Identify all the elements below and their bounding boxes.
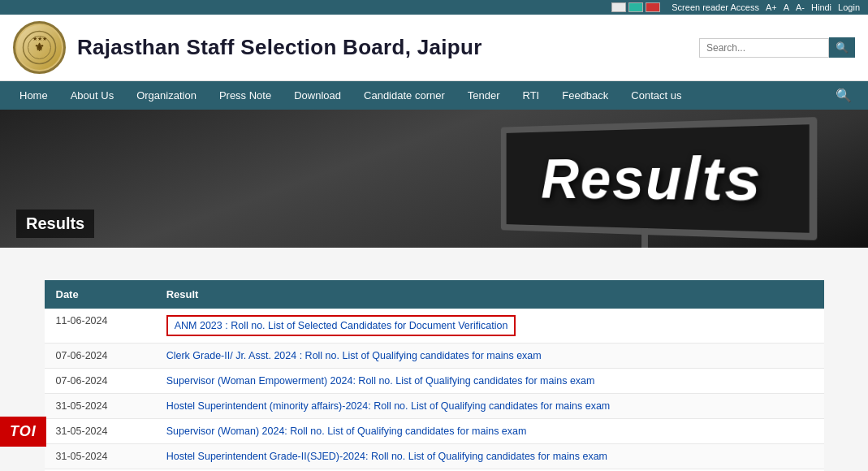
nav-candidate-corner[interactable]: Candidate corner [352, 81, 456, 110]
screen-reader-label: Screen reader Access [672, 2, 759, 12]
nav-about-us[interactable]: About Us [59, 81, 125, 110]
result-date: 31-05-2024 [45, 444, 155, 469]
table-row: 07-06-2024Clerk Grade-II/ Jr. Asst. 2024… [45, 344, 824, 369]
accessibility-colors [611, 2, 660, 12]
results-table: Date Result 11-06-2024ANM 2023 : Roll no… [45, 280, 824, 471]
results-sign-text: Results [541, 143, 762, 214]
search-input[interactable] [699, 38, 829, 58]
table-row: 31-05-2024Hostel Superintendent Grade-II… [45, 444, 824, 469]
hero-page-label: Results [16, 210, 94, 238]
result-text: Hostel Superintendent Grade-II(SJED)-202… [155, 444, 824, 469]
color-box-red[interactable] [646, 2, 660, 12]
nav-home[interactable]: Home [8, 81, 59, 110]
hindi-link[interactable]: Hindi [811, 2, 831, 12]
top-bar: Screen reader Access A+ A A- Hindi Login [0, 0, 868, 15]
search-button[interactable]: 🔍 [829, 37, 855, 58]
result-date: 31-05-2024 [45, 419, 155, 444]
nav-contact-us[interactable]: Contact us [620, 81, 693, 110]
sign-pole [641, 228, 648, 248]
toi-badge: TOI [0, 417, 46, 447]
site-title: Rajasthan Staff Selection Board, Jaipur [77, 35, 482, 60]
result-link[interactable]: Hostel Superintendent (minority affairs)… [166, 400, 611, 412]
logo: ⚜ ★★★ [13, 21, 66, 74]
header-search-area: 🔍 [699, 37, 855, 58]
login-link[interactable]: Login [838, 2, 860, 12]
nav-feedback[interactable]: Feedback [551, 81, 620, 110]
table-row: 31-05-2024Supervisor (Woman) 2024: Roll … [45, 419, 824, 444]
results-sign: Results [501, 117, 817, 240]
table-row: 11-06-2024ANM 2023 : Roll no. List of Se… [45, 309, 824, 344]
nav-press-note[interactable]: Press Note [208, 81, 283, 110]
result-date: 07-06-2024 [45, 369, 155, 394]
result-link[interactable]: Clerk Grade-II/ Jr. Asst. 2024 : Roll no… [166, 350, 542, 361]
svg-text:★★★: ★★★ [32, 36, 47, 41]
highlighted-result-link[interactable]: ANM 2023 : Roll no. List of Selected Can… [166, 315, 516, 336]
table-row: 07-06-2024Supervisor (Woman Empowerment)… [45, 369, 824, 394]
site-header: ⚜ ★★★ Rajasthan Staff Selection Board, J… [0, 15, 868, 81]
result-date: 11-06-2024 [45, 309, 155, 344]
hero-banner: Results Results [0, 110, 868, 248]
result-text: Supervisor (Woman Empowerment) 2024: Rol… [155, 369, 824, 394]
result-link[interactable]: Supervisor (Woman) 2024: Roll no. List o… [166, 426, 527, 437]
col-date: Date [45, 280, 155, 309]
table-header-row: Date Result [45, 280, 824, 309]
nav-rti[interactable]: RTI [512, 81, 551, 110]
font-size-decrease[interactable]: A- [796, 2, 805, 12]
nav-download[interactable]: Download [283, 81, 352, 110]
result-date: 31-05-2024 [45, 394, 155, 419]
table-row: 31-05-2024Hostel Superintendent (minorit… [45, 394, 824, 419]
color-box-teal[interactable] [628, 2, 643, 12]
result-text: Clerk Grade-II/ Jr. Asst. 2024 : Roll no… [155, 344, 824, 369]
nav-organization[interactable]: Organization [125, 81, 208, 110]
result-link[interactable]: Hostel Superintendent Grade-II(SJED)-202… [166, 451, 607, 462]
color-box-white[interactable] [611, 2, 626, 12]
logo-inner: ⚜ ★★★ [17, 25, 62, 70]
svg-text:⚜: ⚜ [34, 41, 45, 54]
result-text[interactable]: ANM 2023 : Roll no. List of Selected Can… [155, 309, 824, 344]
col-result: Result [155, 280, 824, 309]
result-date: 07-06-2024 [45, 344, 155, 369]
main-nav: Home About Us Organization Press Note Do… [0, 81, 868, 110]
nav-search-icon[interactable]: 🔍 [827, 81, 860, 110]
results-content: Date Result 11-06-2024ANM 2023 : Roll no… [45, 280, 824, 471]
logo-emblem-icon: ⚜ ★★★ [21, 29, 58, 66]
font-size-increase[interactable]: A+ [766, 2, 777, 12]
nav-tender[interactable]: Tender [456, 81, 512, 110]
font-size-normal[interactable]: A [784, 2, 789, 12]
result-text: Hostel Superintendent (minority affairs)… [155, 394, 824, 419]
result-text: Supervisor (Woman) 2024: Roll no. List o… [155, 419, 824, 444]
result-link[interactable]: Supervisor (Woman Empowerment) 2024: Rol… [166, 375, 595, 387]
